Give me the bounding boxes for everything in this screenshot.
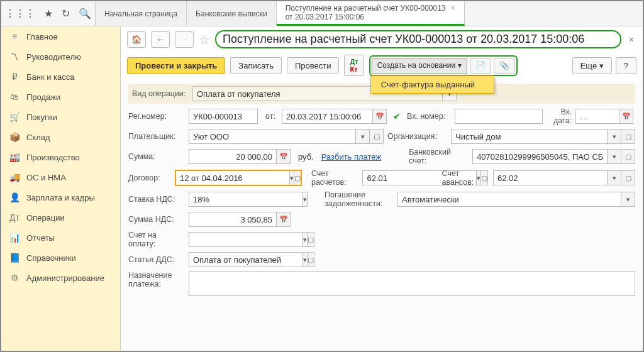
sidebar-item-salary[interactable]: 👤Зарплата и кадры xyxy=(1,187,120,207)
pay-acc-input[interactable] xyxy=(189,232,303,247)
page-title: Поступление на расчетный счет УК00-00001… xyxy=(215,30,621,48)
home-button[interactable]: 🏠 xyxy=(127,31,146,48)
topbar-icons: ⋮⋮⋮ ★ ↻ 🔍 xyxy=(1,1,96,26)
in-date-input[interactable] xyxy=(575,109,619,124)
sidebar-item-catalogs[interactable]: 📘Справочники xyxy=(1,248,120,268)
dds-label: Статья ДДС: xyxy=(128,255,185,264)
sidebar-item-assets[interactable]: 🚚ОС и НМА xyxy=(1,167,120,187)
save-button[interactable]: Записать xyxy=(230,57,282,74)
posted-icon: ✔ xyxy=(393,111,401,121)
apps-icon[interactable]: ⋮⋮⋮ xyxy=(5,8,35,19)
dropdown-icon[interactable]: ▾ xyxy=(356,129,370,144)
sidebar-item-sales[interactable]: 🛍Продажи xyxy=(1,87,120,107)
sidebar-item-bank[interactable]: ₽Банк и касса xyxy=(1,67,120,87)
acc-adv-label: Счет авансов: xyxy=(441,169,489,187)
vat-sum-input[interactable] xyxy=(189,212,277,227)
post-button[interactable]: Провести xyxy=(287,57,340,74)
dropdown-icon[interactable]: ▾ xyxy=(290,170,294,185)
debt-input[interactable] xyxy=(397,192,621,207)
dropdown-icon[interactable]: ▾ xyxy=(303,232,308,247)
contract-input[interactable] xyxy=(175,170,290,185)
calc-icon[interactable]: 📅 xyxy=(277,149,291,164)
sidebar-item-operations[interactable]: ДтОперации xyxy=(1,207,120,228)
back-button[interactable]: ← xyxy=(151,31,170,48)
favorite-icon[interactable]: ☆ xyxy=(199,32,210,47)
in-no-input[interactable] xyxy=(455,109,543,124)
dropdown-icon[interactable]: ▾ xyxy=(608,129,621,144)
payer-label: Плательщик: xyxy=(128,132,185,141)
create-based-button[interactable]: Создать на основании▾ xyxy=(372,58,468,74)
calendar-icon[interactable]: 📅 xyxy=(373,109,387,124)
tab-receipt[interactable]: Поступление на расчетный счет УК00-00001… xyxy=(277,1,465,26)
history-icon[interactable]: ↻ xyxy=(62,8,70,19)
open-icon[interactable]: ▢ xyxy=(621,129,635,144)
app-window: ⋮⋮⋮ ★ ↻ 🔍 Начальная страница Банковские … xyxy=(0,0,644,352)
reg-no-input[interactable] xyxy=(189,109,258,124)
person-icon: 👤 xyxy=(9,192,20,202)
payer-input[interactable] xyxy=(189,129,356,144)
dds-input[interactable] xyxy=(189,252,303,267)
calendar-icon[interactable]: 📅 xyxy=(619,109,633,124)
open-icon[interactable]: ▢ xyxy=(370,129,384,144)
dropdown-icon[interactable]: ▾ xyxy=(303,192,308,207)
vat-rate-input[interactable] xyxy=(189,192,303,207)
acc-adv-input[interactable] xyxy=(493,170,608,185)
open-icon[interactable]: ▢ xyxy=(621,170,635,185)
in-no-label: Вх. номер: xyxy=(407,112,451,121)
tab-home[interactable]: Начальная страница xyxy=(96,1,187,26)
date-input[interactable] xyxy=(282,109,373,124)
sidebar-item-stock[interactable]: 📦Склад xyxy=(1,127,120,147)
open-icon[interactable]: ▢ xyxy=(294,170,301,185)
sidebar-item-manager[interactable]: 〽Руководителю xyxy=(1,47,120,67)
sidebar-item-production[interactable]: 🏭Производство xyxy=(1,147,120,167)
calc-icon[interactable]: 📅 xyxy=(277,212,291,227)
dropdown-icon[interactable]: ▾ xyxy=(621,192,635,207)
sidebar-item-purchases[interactable]: 🛒Покупки xyxy=(1,107,120,127)
close-icon[interactable]: × xyxy=(451,4,455,13)
dropdown-icon[interactable]: ▾ xyxy=(608,149,621,164)
purpose-input[interactable] xyxy=(189,271,635,296)
currency-label: руб. xyxy=(298,152,314,162)
vat-rate-label: Ставка НДС: xyxy=(128,195,185,204)
main-panel: 🏠 ← → ☆ Поступление на расчетный счет УК… xyxy=(121,26,643,351)
open-icon[interactable]: ▢ xyxy=(308,232,314,247)
reg-no-label: Рег.номер: xyxy=(128,112,185,121)
sum-input[interactable] xyxy=(189,149,277,164)
tab-bank-statements[interactable]: Банковские выписки xyxy=(187,1,277,26)
menu-icon: ≡ xyxy=(9,31,20,41)
pay-acc-label: Счет на оплату: xyxy=(128,231,185,248)
debt-label: Погашение задолженности: xyxy=(325,190,394,208)
clip-button[interactable]: 📎 xyxy=(494,58,515,74)
star-icon[interactable]: ★ xyxy=(44,8,53,19)
dropdown-icon[interactable]: ▾ xyxy=(303,252,308,267)
attach-button[interactable]: 📄 xyxy=(470,58,491,74)
operation-type-label: Вид операции: xyxy=(132,89,189,98)
bag-icon: 🛍 xyxy=(9,92,20,102)
dropdown-icon[interactable]: ▾ xyxy=(608,170,621,185)
forward-button[interactable]: → xyxy=(175,31,194,48)
more-button[interactable]: Еще ▾ xyxy=(572,57,612,74)
open-icon[interactable]: ▢ xyxy=(621,149,635,164)
vat-sum-label: Сумма НДС: xyxy=(128,215,185,224)
sidebar-item-main[interactable]: ≡Главное xyxy=(1,26,120,47)
topbar: ⋮⋮⋮ ★ ↻ 🔍 Начальная страница Банковские … xyxy=(1,1,643,26)
bank-acc-input[interactable] xyxy=(472,149,608,164)
close-button[interactable]: × xyxy=(626,35,636,45)
sidebar-item-admin[interactable]: ⚙Администрирование xyxy=(1,268,120,288)
tabs: Начальная страница Банковские выписки По… xyxy=(96,1,643,26)
factory-icon: 🏭 xyxy=(9,152,20,162)
org-input[interactable] xyxy=(451,129,608,144)
sidebar-item-reports[interactable]: 📊Отчеты xyxy=(1,228,120,248)
search-icon[interactable]: 🔍 xyxy=(79,8,91,19)
gear-icon: ⚙ xyxy=(9,273,20,283)
post-and-close-button[interactable]: Провести и закрыть xyxy=(127,57,225,74)
create-based-group: Создать на основании▾ 📄 📎 Счет-фактура в… xyxy=(369,55,518,76)
sidebar: ≡Главное 〽Руководителю ₽Банк и касса 🛍Пр… xyxy=(1,26,121,351)
dtkt-button[interactable]: ДтКт xyxy=(344,55,364,76)
help-button[interactable]: ? xyxy=(616,57,636,74)
cart-icon: 🛒 xyxy=(9,112,20,122)
toolbar: Провести и закрыть Записать Провести ДтК… xyxy=(121,52,643,81)
open-icon[interactable]: ▢ xyxy=(308,252,314,267)
split-payment-link[interactable]: Разбить платеж xyxy=(321,152,381,162)
create-based-menu-item[interactable]: Счет-фактура выданный xyxy=(370,75,494,94)
